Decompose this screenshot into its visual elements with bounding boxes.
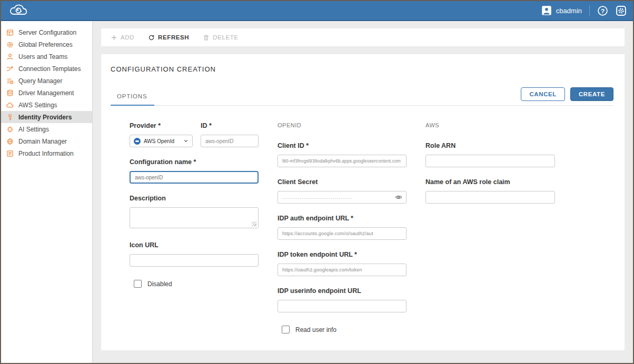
- sidebar-item-product-information[interactable]: Product Information: [1, 147, 92, 159]
- tab-bar: OPTIONS CANCEL CREATE: [111, 87, 613, 106]
- sidebar-item-label: Users and Teams: [18, 53, 67, 60]
- ai-chip-icon: [6, 126, 14, 133]
- key-icon: [6, 114, 14, 121]
- refresh-icon: [148, 34, 155, 41]
- app-header: cbadmin ?: [1, 1, 633, 21]
- header-divider: [589, 5, 590, 16]
- tab-options[interactable]: OPTIONS: [111, 93, 154, 105]
- user-icon: [6, 53, 14, 60]
- openid-column: OPENID Client ID * Client Secret: [278, 122, 407, 350]
- chevron-down-icon: [183, 138, 189, 144]
- sidebar-item-query-manager[interactable]: Query Manager: [1, 75, 92, 87]
- read-user-info-label: Read user info: [295, 326, 336, 333]
- provider-select[interactable]: AWS OpenId: [130, 135, 193, 147]
- gear-icon: [6, 41, 14, 48]
- sidebar-item-label: Driver Management: [18, 89, 74, 97]
- sidebar-item-global-preferences[interactable]: Global Preferences: [1, 38, 92, 50]
- idp-token-endpoint-label: IDP token endpoint URL *: [278, 251, 407, 258]
- icon-url-label: Icon URL: [130, 241, 259, 249]
- aws-role-claim-label: Name of an AWS role claim: [425, 178, 555, 186]
- query-list-icon: [6, 77, 14, 85]
- description-label: Description: [130, 195, 259, 202]
- sidebar-item-label: Global Preferences: [18, 41, 73, 48]
- trash-icon: [203, 34, 210, 41]
- svg-text:?: ?: [601, 7, 605, 14]
- configuration-panel: CONFIGURATION CREATION OPTIONS CANCEL CR…: [101, 54, 625, 350]
- general-column: Provider * AWS OpenId ID *: [130, 122, 259, 350]
- user-name: cbadmin: [556, 7, 582, 15]
- sidebar-item-server-configuration[interactable]: Server Configuration: [1, 26, 92, 38]
- sidebar-item-aws-settings[interactable]: AWS Settings: [1, 99, 92, 111]
- sidebar-item-label: Query Manager: [18, 77, 62, 85]
- document-icon: [6, 150, 14, 157]
- app-window: cbadmin ?: [0, 0, 634, 364]
- aws-column: AWS Role ARN Name of an AWS role claim: [425, 122, 555, 350]
- server-configuration-icon: [6, 29, 14, 36]
- settings-button[interactable]: [616, 5, 627, 16]
- plus-icon: [111, 34, 117, 41]
- sidebar-item-driver-management[interactable]: Driver Management: [1, 87, 92, 99]
- icon-url-input[interactable]: [130, 254, 259, 267]
- help-button[interactable]: ?: [597, 5, 608, 16]
- client-secret-label: Client Secret: [278, 178, 407, 186]
- tab-label: OPTIONS: [117, 93, 147, 99]
- sidebar-item-label: Identity Providers: [18, 114, 72, 121]
- database-icon: [6, 89, 14, 97]
- provider-value: AWS OpenId: [144, 138, 174, 144]
- globe-icon: [6, 138, 14, 145]
- client-secret-input[interactable]: [278, 191, 407, 204]
- configuration-form: Provider * AWS OpenId ID *: [111, 122, 613, 350]
- grid-toolbar: ADD REFRESH DELETE: [101, 28, 625, 46]
- sidebar-item-ai-settings[interactable]: AI Settings: [1, 123, 92, 135]
- page-title: CONFIGURATION CREATION: [111, 54, 613, 73]
- sidebar-item-label: Domain Manager: [18, 138, 67, 145]
- cancel-button[interactable]: CANCEL: [521, 87, 565, 101]
- provider-label: Provider *: [130, 122, 193, 129]
- description-textarea[interactable]: [130, 207, 259, 228]
- delete-label: DELETE: [213, 34, 238, 41]
- add-button[interactable]: ADD: [111, 34, 134, 41]
- aws-role-claim-input[interactable]: [425, 191, 555, 204]
- user-avatar-icon: [541, 5, 552, 16]
- sidebar-item-domain-manager[interactable]: Domain Manager: [1, 135, 92, 147]
- sidebar-item-connection-templates[interactable]: Connection Templates: [1, 63, 92, 75]
- sidebar-item-users-and-teams[interactable]: Users and Teams: [1, 50, 92, 63]
- cloud-icon: [6, 102, 14, 109]
- configuration-name-input[interactable]: [130, 171, 259, 184]
- delete-button[interactable]: DELETE: [203, 34, 238, 41]
- disabled-checkbox[interactable]: [134, 280, 142, 288]
- eye-icon[interactable]: [395, 194, 402, 201]
- admin-sidebar: Server Configuration Global Preferences …: [1, 21, 93, 363]
- disabled-label: Disabled: [147, 280, 172, 288]
- sidebar-item-label: Connection Templates: [18, 65, 81, 73]
- sidebar-item-label: AWS Settings: [18, 102, 57, 109]
- refresh-label: REFRESH: [158, 34, 189, 41]
- idp-auth-endpoint-label: IDP auth endpoint URL *: [278, 215, 407, 222]
- sidebar-item-identity-providers[interactable]: Identity Providers: [1, 111, 92, 123]
- idp-auth-endpoint-input[interactable]: [278, 227, 407, 240]
- idp-userinfo-endpoint-label: IDP userinfo endpoint URL: [278, 287, 407, 295]
- id-label: ID *: [201, 122, 259, 129]
- role-arn-label: Role ARN: [425, 142, 555, 149]
- add-label: ADD: [121, 34, 134, 41]
- create-button[interactable]: CREATE: [570, 87, 613, 101]
- read-user-info-checkbox[interactable]: [282, 326, 290, 333]
- custom-scopes-label: Custom scopes: [278, 349, 407, 350]
- refresh-button[interactable]: REFRESH: [148, 34, 189, 41]
- id-input[interactable]: [201, 135, 259, 147]
- sidebar-item-label: AI Settings: [18, 126, 49, 133]
- form-actions: CANCEL CREATE: [521, 87, 613, 105]
- sidebar-item-label: Product Information: [18, 150, 74, 157]
- main-content: ADD REFRESH DELETE CONFIGURATION CREATIO…: [93, 21, 633, 363]
- shuffle-icon: [6, 65, 14, 73]
- idp-userinfo-endpoint-input[interactable]: [278, 300, 407, 312]
- openid-section-label: OPENID: [278, 122, 407, 128]
- sidebar-item-label: Server Configuration: [18, 29, 76, 36]
- client-id-input[interactable]: [278, 155, 407, 167]
- aws-section-label: AWS: [425, 122, 555, 128]
- user-menu[interactable]: cbadmin: [541, 5, 582, 16]
- idp-token-endpoint-input[interactable]: [278, 264, 407, 276]
- cloudbeaver-logo-icon: [9, 4, 29, 17]
- aws-provider-icon: [134, 138, 141, 145]
- role-arn-input[interactable]: [425, 155, 555, 167]
